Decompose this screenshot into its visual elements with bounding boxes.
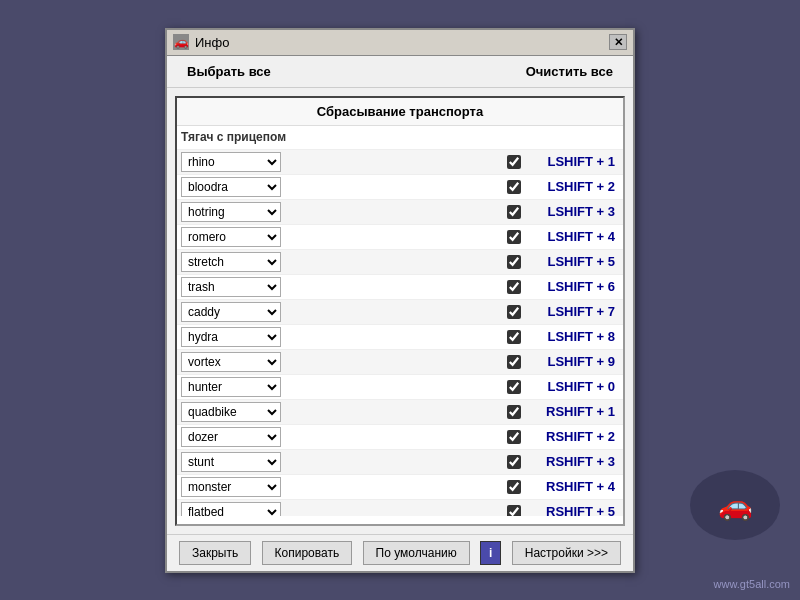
hotkey-label-15: RSHIFT + 5 [525, 504, 615, 516]
list-item: vortex LSHIFT + 9 [177, 350, 623, 375]
default-button[interactable]: По умолчанию [363, 541, 470, 565]
hotkey-checkbox-11[interactable] [507, 405, 521, 419]
hotkey-checkbox-1[interactable] [507, 155, 521, 169]
close-button[interactable]: ✕ [609, 34, 627, 50]
select-all-button[interactable]: Выбрать все [187, 64, 271, 79]
toolbar: Выбрать все Очистить все [167, 56, 633, 88]
hotkey-checkbox-3[interactable] [507, 205, 521, 219]
hotkey-area: RSHIFT + 2 [507, 429, 615, 444]
vehicle-select-trash[interactable]: trash [181, 277, 281, 297]
vehicle-select-flatbed[interactable]: flatbed [181, 502, 281, 516]
vehicle-select-romero[interactable]: romero [181, 227, 281, 247]
main-window: 🚗 Инфо ✕ Выбрать все Очистить все Сбрасы… [165, 28, 635, 573]
hotkey-area: LSHIFT + 0 [507, 379, 615, 394]
vehicle-select-caddy[interactable]: caddy [181, 302, 281, 322]
hotkey-area: LSHIFT + 5 [507, 254, 615, 269]
hotkey-area: LSHIFT + 9 [507, 354, 615, 369]
hotkey-area: LSHIFT + 6 [507, 279, 615, 294]
hotkey-checkbox-6[interactable] [507, 280, 521, 294]
bg-logo: 🚗 [690, 470, 780, 540]
hotkey-area: LSHIFT + 7 [507, 304, 615, 319]
vehicle-select-vortex[interactable]: vortex [181, 352, 281, 372]
hotkey-label-8: LSHIFT + 8 [525, 329, 615, 344]
vehicle-select-stunt[interactable]: stunt [181, 452, 281, 472]
vehicle-select-rhino[interactable]: rhino [181, 152, 281, 172]
hotkey-checkbox-12[interactable] [507, 430, 521, 444]
vehicle-select-dozer[interactable]: dozer [181, 427, 281, 447]
vehicle-select-hunter[interactable]: hunter [181, 377, 281, 397]
list-item: quadbike RSHIFT + 1 [177, 400, 623, 425]
hotkey-area: RSHIFT + 5 [507, 504, 615, 516]
hotkey-checkbox-2[interactable] [507, 180, 521, 194]
list-item: stunt RSHIFT + 3 [177, 450, 623, 475]
hotkey-label-2: LSHIFT + 2 [525, 179, 615, 194]
header-vehicle-label: Тягач с прицепом [181, 130, 286, 144]
hotkey-label-3: LSHIFT + 3 [525, 204, 615, 219]
hotkey-label-1: LSHIFT + 1 [525, 154, 615, 169]
hotkey-label-14: RSHIFT + 4 [525, 479, 615, 494]
hotkey-checkbox-14[interactable] [507, 480, 521, 494]
window-title: Инфо [195, 35, 229, 50]
info-button[interactable]: i [480, 541, 501, 565]
hotkey-label-5: LSHIFT + 5 [525, 254, 615, 269]
copy-button[interactable]: Копировать [262, 541, 353, 565]
hotkey-area: LSHIFT + 3 [507, 204, 615, 219]
hotkey-area: LSHIFT + 4 [507, 229, 615, 244]
hotkey-label-10: LSHIFT + 0 [525, 379, 615, 394]
footer: Закрыть Копировать По умолчанию i Настро… [167, 534, 633, 571]
list-item: caddy LSHIFT + 7 [177, 300, 623, 325]
list-item: dozer RSHIFT + 2 [177, 425, 623, 450]
list-item: hydra LSHIFT + 8 [177, 325, 623, 350]
vehicle-select-quadbike[interactable]: quadbike [181, 402, 281, 422]
list-item: romero LSHIFT + 4 [177, 225, 623, 250]
list-item: bloodra LSHIFT + 2 [177, 175, 623, 200]
list-item: trash LSHIFT + 6 [177, 275, 623, 300]
hotkey-area: LSHIFT + 1 [507, 154, 615, 169]
titlebar: 🚗 Инфо ✕ [167, 30, 633, 56]
content-area: Сбрасывание транспорта Тягач с прицепом … [175, 96, 625, 526]
hotkey-checkbox-5[interactable] [507, 255, 521, 269]
hotkey-label-13: RSHIFT + 3 [525, 454, 615, 469]
hotkey-checkbox-10[interactable] [507, 380, 521, 394]
list-item: hotring LSHIFT + 3 [177, 200, 623, 225]
close-button[interactable]: Закрыть [179, 541, 251, 565]
hotkey-label-7: LSHIFT + 7 [525, 304, 615, 319]
vehicle-list: Тягач с прицепом rhino LSHIFT + 1 bloodr… [177, 126, 623, 516]
hotkey-checkbox-7[interactable] [507, 305, 521, 319]
hotkey-label-4: LSHIFT + 4 [525, 229, 615, 244]
list-item: rhino LSHIFT + 1 [177, 150, 623, 175]
list-item: stretch LSHIFT + 5 [177, 250, 623, 275]
vehicle-select-hydra[interactable]: hydra [181, 327, 281, 347]
list-item: hunter LSHIFT + 0 [177, 375, 623, 400]
hotkey-checkbox-4[interactable] [507, 230, 521, 244]
list-item: flatbed RSHIFT + 5 [177, 500, 623, 516]
hotkey-checkbox-9[interactable] [507, 355, 521, 369]
section-header: Сбрасывание транспорта [177, 98, 623, 126]
list-header-row: Тягач с прицепом [177, 126, 623, 150]
vehicle-select-bloodra[interactable]: bloodra [181, 177, 281, 197]
window-icon: 🚗 [173, 34, 189, 50]
hotkey-label-11: RSHIFT + 1 [525, 404, 615, 419]
hotkey-area: LSHIFT + 8 [507, 329, 615, 344]
vehicle-select-monster[interactable]: monster [181, 477, 281, 497]
watermark-text: www.gt5all.com [714, 578, 790, 590]
hotkey-label-12: RSHIFT + 2 [525, 429, 615, 444]
hotkey-area: LSHIFT + 2 [507, 179, 615, 194]
hotkey-label-6: LSHIFT + 6 [525, 279, 615, 294]
hotkey-checkbox-13[interactable] [507, 455, 521, 469]
vehicle-select-hotring[interactable]: hotring [181, 202, 281, 222]
hotkey-area: RSHIFT + 1 [507, 404, 615, 419]
settings-button[interactable]: Настройки >>> [512, 541, 621, 565]
hotkey-checkbox-8[interactable] [507, 330, 521, 344]
clear-all-button[interactable]: Очистить все [526, 64, 613, 79]
hotkey-area: RSHIFT + 3 [507, 454, 615, 469]
list-item: monster RSHIFT + 4 [177, 475, 623, 500]
hotkey-label-9: LSHIFT + 9 [525, 354, 615, 369]
vehicle-select-stretch[interactable]: stretch [181, 252, 281, 272]
titlebar-left: 🚗 Инфо [173, 34, 229, 50]
hotkey-area: RSHIFT + 4 [507, 479, 615, 494]
hotkey-checkbox-15[interactable] [507, 505, 521, 516]
